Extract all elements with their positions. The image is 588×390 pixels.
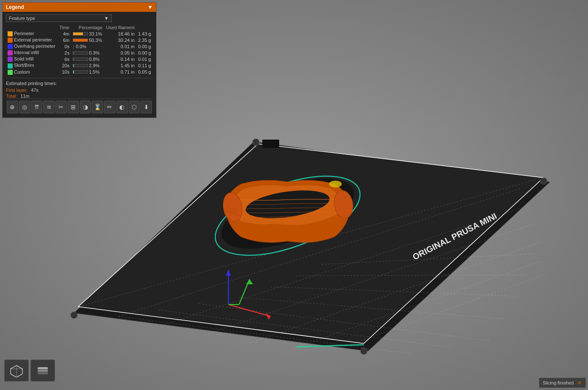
- status-close-button[interactable]: ✕: [577, 379, 582, 386]
- svg-point-22: [540, 178, 547, 184]
- legend-table-row: Solid infill6s0.8%0.14 in0.01 g: [6, 56, 153, 62]
- first-layer-value: 47s: [31, 88, 38, 93]
- first-layer-label: First layer:: [6, 88, 27, 93]
- bottom-left-controls: [4, 360, 55, 382]
- svg-rect-18: [262, 140, 279, 148]
- legend-header[interactable]: Legend ▼: [3, 3, 156, 12]
- move-icon: ⊕: [10, 104, 15, 110]
- legend-collapse-icon[interactable]: ▼: [148, 4, 153, 10]
- legend-table: Time Percentage Used filament Perimeter4…: [6, 25, 153, 75]
- svg-rect-41: [38, 370, 48, 372]
- 3d-viewport[interactable]: ORIGINAL PRUSA MINI: [0, 0, 588, 390]
- add-icon: ⊞: [71, 104, 76, 110]
- add-button[interactable]: ⊞: [68, 101, 79, 113]
- sand-icon: ⌛: [94, 104, 101, 110]
- total-value: 11m: [20, 93, 29, 99]
- paint-icon: ✏: [107, 104, 112, 110]
- mesh-icon: ⬡: [132, 104, 137, 110]
- legend-table-row: Internal infill2s0.3%0.05 in0.00 g: [6, 49, 153, 56]
- legend-table-row: Perimeter4m33.1%18.46 in1.43 g: [6, 30, 153, 37]
- svg-point-20: [71, 312, 77, 319]
- legend-panel: Legend ▼ Feature type ▼ Time Percentage …: [2, 2, 157, 118]
- bw-icon: ◐: [119, 104, 124, 110]
- status-bar: Slicing finished ✕: [539, 378, 586, 388]
- legend-table-row: Custom10s1.5%0.71 in0.05 g: [6, 69, 153, 75]
- total-label: Total:: [6, 93, 17, 99]
- col-header-pct: Percentage: [71, 25, 104, 30]
- color-button[interactable]: ◑: [80, 101, 91, 113]
- rotate-button[interactable]: ◎: [19, 101, 30, 113]
- svg-point-23: [253, 139, 259, 146]
- bw-button[interactable]: ◐: [116, 101, 128, 113]
- paint-button[interactable]: ✏: [104, 101, 115, 113]
- color-icon: ◑: [83, 104, 88, 110]
- svg-rect-40: [38, 367, 48, 369]
- svg-rect-42: [38, 372, 48, 374]
- col-header-name: [6, 25, 58, 30]
- feature-type-dropdown[interactable]: Feature type ▼: [6, 14, 112, 22]
- legend-table-row: Overhang perimeter0s|0.0%0.01 in0.00 g: [6, 43, 153, 49]
- legend-table-row: External perimeter6m50.3%30.24 in2.35 g: [6, 37, 153, 43]
- scale-button[interactable]: ⇈: [31, 101, 43, 113]
- dropdown-arrow-icon: ▼: [104, 16, 109, 21]
- cut-icon: ✂: [58, 104, 63, 110]
- toolbar: ⊕◎⇈≋✂⊞◑⌛✏◐⬡⬇: [6, 99, 153, 115]
- legend-title: Legend: [6, 4, 24, 10]
- move-button[interactable]: ⊕: [7, 101, 18, 113]
- export-button[interactable]: ⬇: [140, 101, 152, 113]
- sand-button[interactable]: ⌛: [92, 101, 103, 113]
- cube-view-button[interactable]: [4, 360, 29, 382]
- svg-point-21: [360, 348, 367, 354]
- est-header: Estimated printing times:: [6, 81, 153, 86]
- layers-view-button[interactable]: [30, 360, 55, 382]
- col-header-time: Time: [58, 25, 71, 30]
- flatten-button[interactable]: ≋: [43, 101, 55, 113]
- export-icon: ⬇: [144, 104, 149, 110]
- svg-point-29: [329, 181, 342, 187]
- status-message: Slicing finished: [543, 380, 574, 385]
- flatten-icon: ≋: [47, 104, 52, 110]
- scale-icon: ⇈: [34, 104, 39, 110]
- legend-table-row: Skirt/Brim20s2.9%1.45 in0.11 g: [6, 62, 153, 69]
- col-header-filament: Used filament: [104, 25, 136, 30]
- cut-button[interactable]: ✂: [55, 101, 67, 113]
- rotate-icon: ◎: [22, 104, 27, 110]
- mesh-button[interactable]: ⬡: [129, 101, 140, 113]
